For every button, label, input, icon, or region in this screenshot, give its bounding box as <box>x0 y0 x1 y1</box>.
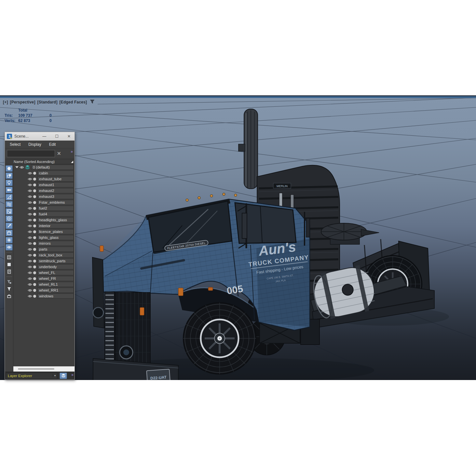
tree-row-label[interactable]: underbody <box>37 264 74 269</box>
filter-settings-icon[interactable] <box>6 279 13 285</box>
tree-row[interactable]: wheel_RR1 <box>13 287 75 293</box>
scene-explorer-titlebar[interactable]: 3 Scene... — ☐ ✕ <box>5 132 75 141</box>
display-cameras-icon[interactable] <box>6 187 13 193</box>
tree-row[interactable]: rack_tool_box <box>13 252 75 258</box>
display-containers-icon[interactable] <box>6 230 13 236</box>
tree-row-label[interactable]: wheel_FR <box>37 276 74 281</box>
tree-row-label[interactable]: headlights_glass <box>37 217 74 223</box>
expand-list-icon[interactable] <box>6 254 13 261</box>
visibility-eye-icon[interactable] <box>28 171 32 175</box>
tree-row-label[interactable]: exhaust_tube <box>37 176 74 182</box>
maximize-button[interactable]: ☐ <box>55 134 59 139</box>
tree-row-label[interactable]: 0 (default) <box>31 165 74 170</box>
visibility-eye-icon[interactable] <box>28 183 32 186</box>
viewport-menu-pov[interactable]: [Perspective] <box>10 100 35 104</box>
tree-row[interactable]: lights_glass <box>13 235 75 240</box>
square-display-icon[interactable] <box>6 261 13 268</box>
render-toggle-icon[interactable] <box>33 289 36 292</box>
visibility-eye-icon[interactable] <box>28 201 32 204</box>
render-toggle-icon[interactable] <box>33 213 36 216</box>
visibility-eye-icon[interactable] <box>28 242 32 245</box>
tree-row-label[interactable]: exhaust1 <box>37 182 74 187</box>
tree-row[interactable]: wheel_FR <box>13 276 75 281</box>
tree-row-label[interactable]: interior <box>37 223 74 228</box>
display-groups-icon[interactable] <box>6 208 13 215</box>
tree-row[interactable]: exhaust2 <box>13 188 75 194</box>
visibility-eye-icon[interactable] <box>28 212 32 216</box>
visibility-eye-icon[interactable] <box>28 271 32 274</box>
tree-row-label[interactable]: wheel_RL1 <box>37 282 74 287</box>
filter-icon[interactable] <box>6 286 13 292</box>
tree-row[interactable]: underbody <box>13 264 75 270</box>
tree-row[interactable]: mirrors <box>13 240 75 246</box>
tree-row-label[interactable]: rack_tool_box <box>37 252 74 258</box>
display-frozen-icon[interactable] <box>6 237 13 243</box>
tree-row-label[interactable]: fuel4 <box>37 211 74 217</box>
tree-row[interactable]: semitruck_parts <box>13 258 75 264</box>
layer-explorer-button[interactable] <box>60 373 67 379</box>
tree-row[interactable]: exhaust1 <box>13 182 75 188</box>
display-spacewarps-icon[interactable] <box>6 201 13 208</box>
tree-row-label[interactable]: licence_plates <box>37 229 74 234</box>
render-toggle-icon[interactable] <box>33 219 36 222</box>
display-xrefs-icon[interactable] <box>6 215 13 222</box>
viewport-menu-perstyle[interactable]: [Edged Faces] <box>60 100 87 104</box>
visibility-eye-icon[interactable] <box>28 277 32 280</box>
visibility-eye-icon[interactable] <box>28 195 32 198</box>
render-toggle-icon[interactable] <box>33 254 36 257</box>
tree-row-label[interactable]: parts <box>37 247 74 252</box>
visibility-eye-icon[interactable] <box>28 248 32 251</box>
tree-row[interactable]: fuel2 <box>13 205 75 211</box>
visibility-eye-icon[interactable] <box>20 166 24 169</box>
render-toggle-icon[interactable] <box>33 236 36 239</box>
scrollbar-thumb[interactable] <box>18 368 54 370</box>
display-hidden-icon[interactable] <box>6 244 13 251</box>
visibility-eye-icon[interactable] <box>28 218 32 222</box>
render-toggle-icon[interactable] <box>33 172 36 175</box>
tree-row-label[interactable]: wheel_RR1 <box>37 288 74 293</box>
menu-edit[interactable]: Edit <box>49 142 56 147</box>
viewport-menu-shading[interactable]: [Standard] <box>37 100 58 104</box>
collect-box-icon[interactable] <box>6 293 13 299</box>
name-column-header[interactable]: Name (Sorted Ascending) <box>5 159 75 164</box>
render-toggle-icon[interactable] <box>33 271 36 274</box>
tree-row[interactable]: exhaust3 <box>13 194 75 199</box>
tree-row[interactable]: wheel_FL <box>13 270 75 276</box>
visibility-eye-icon[interactable] <box>28 289 32 292</box>
visibility-eye-icon[interactable] <box>28 283 32 286</box>
display-shapes-icon[interactable] <box>6 172 13 179</box>
tree-row-root[interactable]: 0 (default) <box>13 164 75 170</box>
tree-row-label[interactable]: lights_glass <box>37 235 74 240</box>
display-bones-icon[interactable] <box>6 223 13 229</box>
render-toggle-icon[interactable] <box>33 242 36 245</box>
render-toggle-icon[interactable] <box>33 230 36 233</box>
render-toggle-icon[interactable] <box>33 260 36 263</box>
visibility-eye-icon[interactable] <box>28 236 32 239</box>
tree-row[interactable]: interior <box>13 223 75 229</box>
horizontal-scrollbar[interactable] <box>13 366 75 372</box>
visibility-eye-icon[interactable] <box>28 189 32 192</box>
render-toggle-icon[interactable] <box>33 248 36 251</box>
tree-row[interactable]: exhaust_tube <box>13 176 75 182</box>
tree-row[interactable]: wheel_RL1 <box>13 281 75 287</box>
visibility-eye-icon[interactable] <box>28 294 32 298</box>
tree-row-label[interactable]: windows <box>37 293 74 299</box>
tree-row-label[interactable]: exhaust3 <box>37 194 74 199</box>
render-toggle-icon[interactable] <box>33 283 36 286</box>
minimize-button[interactable]: — <box>42 134 46 139</box>
visibility-eye-icon[interactable] <box>28 230 32 233</box>
tree-row[interactable]: headlights_glass <box>13 217 75 223</box>
display-geometry-icon[interactable] <box>6 165 13 172</box>
display-lights-icon[interactable] <box>6 180 13 186</box>
toolbar-overflow-icon[interactable]: » <box>71 149 73 154</box>
visibility-eye-icon[interactable] <box>28 253 32 257</box>
footer-overflow-icon[interactable]: » <box>71 373 74 377</box>
visibility-eye-icon[interactable] <box>28 224 32 227</box>
viewport-filter-icon[interactable] <box>90 100 94 104</box>
visibility-eye-icon[interactable] <box>28 265 32 268</box>
tree-row-label[interactable]: Fstar_emblems <box>37 200 74 205</box>
viewport-menu-general[interactable]: [+] <box>3 100 8 104</box>
render-toggle-icon[interactable] <box>33 184 36 186</box>
tree-row[interactable]: Fstar_emblems <box>13 199 75 205</box>
dropdown-arrow-icon[interactable]: ▾ <box>53 374 57 377</box>
